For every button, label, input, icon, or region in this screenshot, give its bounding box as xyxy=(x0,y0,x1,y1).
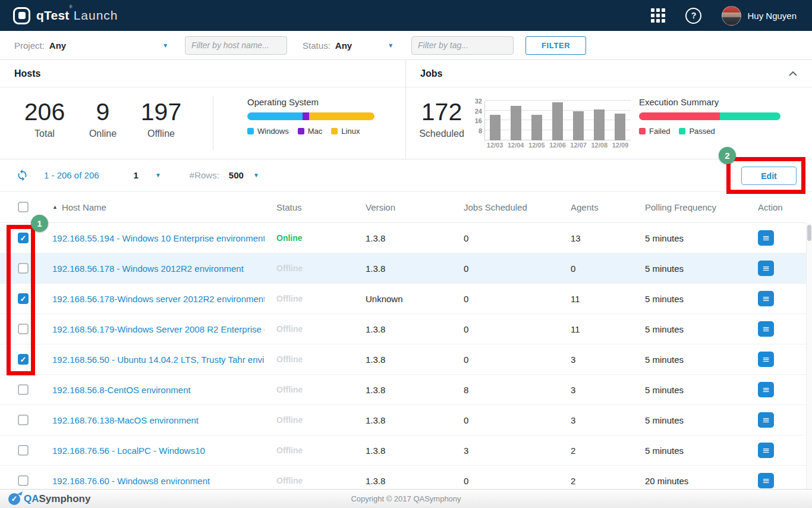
version-cell: 1.3.8 xyxy=(354,385,452,395)
column-header-jobs[interactable]: Jobs Scheduled xyxy=(452,202,559,212)
column-header-host[interactable]: ▲ Host Name xyxy=(38,202,265,212)
scrollbar-thumb[interactable] xyxy=(807,225,811,241)
row-action-menu-button[interactable]: ≡ xyxy=(758,412,774,428)
table-row[interactable]: 192.168.56.179-Windows Server 2008 R2 En… xyxy=(0,314,806,344)
table-scrollbar[interactable] xyxy=(806,223,812,489)
host-name-link[interactable]: 192.168.76.56 - LocalPC - Windows10 xyxy=(38,446,265,456)
stat-offline: 197 Offline xyxy=(132,98,190,159)
bar-12/06 xyxy=(552,102,563,140)
status-caret-icon[interactable]: ▼ xyxy=(388,42,394,49)
help-icon[interactable]: ? xyxy=(685,8,701,24)
row-action-menu-button[interactable]: ≡ xyxy=(758,291,774,306)
host-name-link[interactable]: 192.168.56.178-Windows server 2012R2 env… xyxy=(38,294,265,304)
avatar[interactable] xyxy=(722,6,741,26)
tag-filter-input[interactable] xyxy=(411,36,514,55)
page-selector[interactable]: 1 ▼ xyxy=(134,170,161,180)
filter-button[interactable]: FILTER xyxy=(525,36,586,55)
host-name-filter-input[interactable] xyxy=(185,36,287,55)
row-action-menu-button[interactable]: ≡ xyxy=(758,230,774,246)
jobs-stat: 172 Scheduled xyxy=(406,87,465,159)
version-cell: 1.3.8 xyxy=(354,355,452,365)
bar-12/08 xyxy=(594,109,605,140)
dashboard-panels: Hosts 206 Total 9 Online 197 Offline xyxy=(0,60,812,159)
brand-text: qTest®Launch xyxy=(36,8,118,23)
row-checkbox[interactable] xyxy=(18,384,29,395)
project-caret-icon[interactable]: ▼ xyxy=(162,42,168,49)
column-header-version[interactable]: Version xyxy=(354,202,452,212)
polling-frequency-cell: 5 minutes xyxy=(633,446,746,456)
sort-asc-icon: ▲ xyxy=(52,204,58,210)
apps-grid-icon[interactable] xyxy=(651,8,665,23)
qasymphony-logo-icon xyxy=(8,493,20,505)
host-name-link[interactable]: 192.168.55.194 - Windows 10 Enterprise e… xyxy=(38,233,265,243)
row-action-menu-button[interactable]: ≡ xyxy=(758,352,774,367)
host-name-link[interactable]: 192.168.56.179-Windows Server 2008 R2 En… xyxy=(38,324,265,334)
os-chart-title: Operating System xyxy=(247,97,374,107)
table-row[interactable]: 192.168.56.50 - Ubuntu 14.04.2 LTS, Trus… xyxy=(0,344,806,375)
host-name-link[interactable]: 192.168.76.60 - Windows8 environment xyxy=(38,476,265,486)
status-badge: Online xyxy=(265,233,354,243)
user-menu[interactable]: Huy Nguyen xyxy=(722,6,797,26)
row-checkbox[interactable] xyxy=(18,233,29,243)
row-checkbox[interactable] xyxy=(18,475,29,486)
agents-cell: 11 xyxy=(559,324,633,334)
status-label: Status: xyxy=(303,40,331,51)
legend-item-failed: Failed xyxy=(639,127,670,136)
column-header-agents[interactable]: Agents xyxy=(559,202,633,212)
qtest-logo-icon xyxy=(13,7,30,24)
table-row[interactable]: 192.168.56.178 - Windows 2012R2 environm… xyxy=(0,253,806,284)
pagination-range: 1 - 206 of 206 xyxy=(44,170,99,180)
agents-cell: 3 xyxy=(559,385,633,395)
jobs-scheduled-cell: 0 xyxy=(452,324,559,334)
row-action-menu-button[interactable]: ≡ xyxy=(758,321,774,337)
rows-selector[interactable]: #Rows: 500 ▼ xyxy=(190,170,259,180)
os-legend: WindowsMacLinux xyxy=(247,127,374,136)
app-logo[interactable]: qTest®Launch xyxy=(13,7,118,24)
table-row[interactable]: 192.168.76.60 - Windows8 environment Off… xyxy=(0,466,806,489)
row-checkbox[interactable] xyxy=(18,324,29,334)
row-action-menu-button[interactable]: ≡ xyxy=(758,443,774,458)
row-checkbox[interactable] xyxy=(18,263,29,274)
host-name-link[interactable]: 192.168.56.8-CentOS environment xyxy=(38,385,265,395)
host-name-link[interactable]: 192.168.76.138-MacOS environment xyxy=(38,415,265,425)
row-checkbox[interactable] xyxy=(18,415,29,425)
version-cell: 1.3.8 xyxy=(354,233,452,243)
host-name-link[interactable]: 192.168.56.50 - Ubuntu 14.04.2 LTS, Trus… xyxy=(38,355,265,365)
polling-frequency-cell: 20 minutes xyxy=(633,476,746,486)
table-row[interactable]: 192.168.56.178-Windows server 2012R2 env… xyxy=(0,284,806,314)
jobs-chart-y-axis: 8162432 xyxy=(469,101,484,140)
legend-swatch xyxy=(331,128,338,134)
column-header-status[interactable]: Status xyxy=(265,202,354,212)
row-action-menu-button[interactable]: ≡ xyxy=(758,261,774,276)
table-row[interactable]: 192.168.56.8-CentOS environment Offline … xyxy=(0,375,806,405)
table-row[interactable]: 192.168.55.194 - Windows 10 Enterprise e… xyxy=(0,223,806,253)
table-row[interactable]: 192.168.76.138-MacOS environment Offline… xyxy=(0,405,806,435)
status-badge: Offline xyxy=(265,294,354,303)
edit-button[interactable]: Edit xyxy=(741,167,797,185)
legend-swatch xyxy=(639,128,646,134)
jobs-scheduled-cell: 0 xyxy=(452,355,559,365)
bar-12/04 xyxy=(511,106,521,140)
legend-item-mac: Mac xyxy=(298,127,323,136)
project-value[interactable]: Any xyxy=(49,40,66,51)
refresh-icon[interactable] xyxy=(16,169,29,181)
host-name-link[interactable]: 192.168.56.178 - Windows 2012R2 environm… xyxy=(38,264,265,274)
column-header-action: Action xyxy=(746,202,806,212)
version-cell: 1.3.8 xyxy=(354,324,452,334)
status-badge: Offline xyxy=(265,446,354,455)
row-action-menu-button[interactable]: ≡ xyxy=(758,473,774,488)
column-header-polling[interactable]: Polling Frequency xyxy=(633,202,746,212)
os-stacked-bar xyxy=(247,112,374,120)
jobs-scheduled-cell: 0 xyxy=(452,264,559,274)
segment-mac xyxy=(303,112,309,120)
collapse-chevron-up-icon[interactable] xyxy=(788,71,798,77)
select-all-checkbox[interactable] xyxy=(18,202,29,212)
bar-12/03 xyxy=(490,115,501,140)
row-action-menu-button[interactable]: ≡ xyxy=(758,382,774,397)
row-checkbox[interactable] xyxy=(18,293,29,304)
table-row[interactable]: 192.168.76.56 - LocalPC - Windows10 Offl… xyxy=(0,435,806,466)
row-checkbox[interactable] xyxy=(18,354,29,365)
row-checkbox[interactable] xyxy=(18,445,29,456)
rows-label: #Rows: xyxy=(190,170,219,180)
status-value[interactable]: Any xyxy=(335,40,352,51)
